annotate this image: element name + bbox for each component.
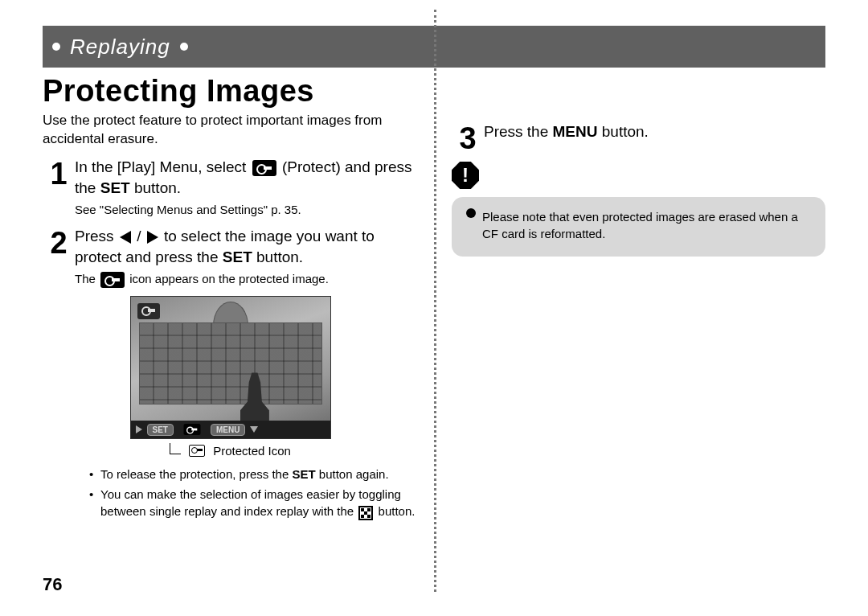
text-bold: MENU xyxy=(553,123,598,140)
menu-pill: MENU xyxy=(211,424,245,436)
play-icon xyxy=(136,425,142,433)
step-number: 3 xyxy=(452,121,484,154)
right-column: 3 Press the MENU button. Please note tha… xyxy=(434,112,825,524)
warning-icon xyxy=(452,162,479,189)
left-column: Use the protect feature to protect impor… xyxy=(43,112,434,524)
page-number: 76 xyxy=(43,574,62,595)
text: button. xyxy=(379,504,416,518)
protect-key-icon xyxy=(252,160,276,176)
text: button. xyxy=(602,123,649,140)
content-columns: Use the protect feature to protect impor… xyxy=(43,112,825,524)
step-2: 2 Press / to select the image you want t… xyxy=(43,226,418,288)
intro-text: Use the protect feature to protect impor… xyxy=(43,112,418,149)
step-body: In the [Play] Menu, select (Protect) and… xyxy=(75,157,418,218)
screenshot-caption: Protected Icon xyxy=(43,444,418,458)
step-1: 1 In the [Play] Menu, select (Protect) a… xyxy=(43,157,418,218)
step-body: Press the MENU button. xyxy=(484,121,825,154)
text-bold: SET xyxy=(100,179,130,196)
list-item: You can make the selection of images eas… xyxy=(89,486,418,519)
text: button. xyxy=(256,248,303,265)
index-grid-icon xyxy=(358,506,373,520)
text: The xyxy=(75,272,99,285)
caption-text: Protected Icon xyxy=(213,444,291,458)
text: In the [Play] Menu, select xyxy=(75,158,251,175)
text-bold: SET xyxy=(292,467,315,481)
text: button. xyxy=(134,179,181,196)
text: To release the protection, press the xyxy=(100,467,292,481)
slash: / xyxy=(137,228,145,244)
text: icon appears on the protected image. xyxy=(129,272,329,285)
screenshot-bottom-bar: SET MENU xyxy=(131,421,330,438)
protect-key-outline-icon xyxy=(189,445,205,457)
bullet-dot-icon xyxy=(180,43,188,51)
warning-note: Please note that even protected images a… xyxy=(452,197,825,257)
bullet-dot-icon xyxy=(52,43,60,51)
manual-page: Replaying Protecting Images Use the prot… xyxy=(0,0,868,616)
note-text: Please note that even protected images a… xyxy=(482,208,811,242)
step-number: 2 xyxy=(43,226,75,288)
caption-leader-line xyxy=(170,443,181,454)
step-body: Press / to select the image you want to … xyxy=(75,226,418,288)
text: You can make the selection of images eas… xyxy=(100,487,401,518)
arrow-right-icon xyxy=(147,231,158,244)
close-arrow-icon xyxy=(250,426,258,433)
set-pill: SET xyxy=(147,424,174,436)
section-label: Replaying xyxy=(70,35,170,60)
list-item: To release the protection, press the SET… xyxy=(89,466,418,483)
step-subtext: The icon appears on the protected image. xyxy=(75,270,418,288)
text: Press the xyxy=(484,123,553,140)
text-bold: SET xyxy=(223,248,252,265)
protect-key-icon xyxy=(180,421,204,437)
text: button again. xyxy=(319,467,389,481)
step-subtext: See "Selecting Menus and Settings" p. 35… xyxy=(75,201,418,218)
protect-key-icon xyxy=(100,272,125,288)
step-number: 1 xyxy=(43,157,75,218)
notes-list: To release the protection, press the SET… xyxy=(43,466,418,519)
note-bullet-icon xyxy=(466,208,476,218)
example-screenshot: SET MENU xyxy=(130,296,331,439)
step-3: 3 Press the MENU button. xyxy=(452,121,825,154)
arrow-left-icon xyxy=(120,231,131,244)
text: Press xyxy=(75,228,118,244)
illustration-building xyxy=(139,308,322,405)
